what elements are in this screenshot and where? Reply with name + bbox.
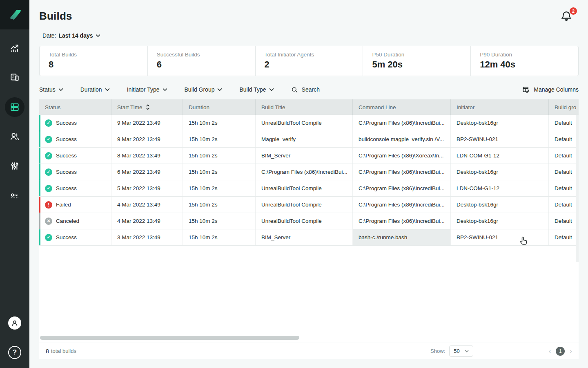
chevron-down-icon (217, 88, 222, 91)
sidebar-item-agents[interactable] (5, 68, 24, 88)
chevron-down-icon (105, 88, 110, 91)
start-time-cell: 4 Mar 2022 13:49 (111, 197, 183, 213)
command-line-cell[interactable]: C:\Program Files (x86)\IncrediBui... (352, 115, 450, 131)
date-value: Last 14 days (58, 32, 93, 39)
table-row[interactable]: ✓ Success 6 Mar 2022 13:49 15h 10m 2s C:… (39, 164, 579, 180)
sort-icon (146, 104, 150, 110)
initiator-cell: LDN-COM-G1-12 (450, 180, 548, 196)
app-logo[interactable] (0, 0, 29, 29)
filter-label: Duration (80, 86, 102, 93)
page-size-value: 50 (454, 348, 459, 354)
status-success-icon: ✓ (45, 119, 52, 127)
column-header-initiator[interactable]: Initiator (450, 99, 548, 115)
table-row[interactable]: ! Failed 4 Mar 2022 13:49 15h 10m 2s Unr… (39, 197, 579, 213)
horizontal-scrollbar[interactable] (40, 336, 299, 340)
page-size-select[interactable]: 50 (449, 346, 473, 357)
total-builds-count: 8 (46, 348, 49, 355)
filter-row: StatusDurationInitiator TypeBuild GroupB… (39, 83, 579, 96)
person-icon (11, 319, 19, 327)
table-row[interactable]: ✓ Success 9 Mar 2022 13:49 15h 10m 2s Ma… (39, 131, 579, 148)
filter-label: Initiator Type (127, 86, 160, 93)
table-footer: 8 total builds Show: 50 ‹ 1 › (39, 343, 579, 359)
build-title-cell: Magpie_verify (255, 131, 352, 147)
chevron-down-icon (269, 88, 274, 91)
filter-duration[interactable]: Duration (80, 86, 110, 93)
stat-label: P50 Duration (372, 52, 470, 58)
column-header-build-title[interactable]: Build Title (255, 99, 352, 115)
filter-label: Build Group (185, 86, 215, 93)
help-icon[interactable]: ? (8, 346, 21, 359)
table-row[interactable]: ✕ Canceled 4 Mar 2022 13:49 15h 10m 2s U… (39, 213, 579, 229)
table-row[interactable]: ✓ Success 8 Mar 2022 13:49 15h 10m 2s BI… (39, 148, 579, 164)
start-time-cell: 3 Mar 2022 13:49 (111, 229, 183, 245)
start-time-cell: 8 Mar 2022 13:49 (111, 148, 183, 164)
current-page[interactable]: 1 (556, 347, 565, 356)
duration-cell: 15h 10m 2s (183, 164, 255, 180)
stat-label: Total Initiator Agents (265, 52, 363, 58)
command-line-cell[interactable]: C:\Program Files (x86)\IncrediBui... (352, 213, 450, 229)
command-line-cell[interactable]: C:\Program Files (x86)\IncrediBui... (352, 164, 450, 180)
column-header-start-time[interactable]: Start Time (111, 99, 183, 115)
date-label: Date: (42, 32, 56, 39)
sidebar-item-builds[interactable] (5, 97, 24, 117)
sidebar-item-users[interactable] (5, 127, 24, 146)
initiator-cell: LDN-COM-G1-12 (450, 148, 548, 164)
date-filter[interactable]: Date: Last 14 days (42, 32, 100, 39)
duration-cell: 15h 10m 2s (183, 115, 255, 131)
table-row[interactable]: ✓ Success 9 Mar 2022 13:49 15h 10m 2s Un… (39, 115, 579, 131)
start-time-cell: 9 Mar 2022 13:49 (111, 131, 183, 147)
build-group-cell: Default (548, 148, 579, 164)
build-group-cell: Default (548, 164, 579, 180)
vertical-scrollbar[interactable] (576, 115, 579, 262)
column-header-duration[interactable]: Duration (183, 99, 255, 115)
notifications-button[interactable]: 2 (560, 10, 574, 24)
duration-cell: 15h 10m 2s (183, 213, 255, 229)
user-avatar[interactable] (8, 316, 21, 330)
prev-page-button[interactable]: ‹ (549, 348, 551, 355)
notification-badge: 2 (570, 7, 577, 15)
agents-devices-icon (9, 72, 20, 83)
next-page-button[interactable]: › (570, 348, 572, 355)
start-time-cell: 5 Mar 2022 13:49 (111, 180, 183, 196)
manage-columns-button[interactable]: Manage Columns (522, 86, 579, 94)
builds-table: Status Start Time Duration Build Title C… (39, 99, 579, 359)
total-builds-label: total builds (51, 348, 76, 354)
column-header-status[interactable]: Status (39, 99, 111, 115)
users-icon (9, 131, 20, 142)
command-line-cell[interactable]: bash-c./runme.bash (352, 229, 450, 245)
status-success-icon: ✓ (45, 152, 52, 159)
column-header-build-group[interactable]: Build gro (548, 99, 579, 115)
command-line-cell[interactable]: C:\Program Files (x86)\Xoreax\In... (352, 148, 450, 164)
duration-cell: 15h 10m 2s (183, 131, 255, 147)
license-key-icon (9, 190, 20, 201)
duration-cell: 15h 10m 2s (183, 197, 255, 213)
filter-initiator-type[interactable]: Initiator Type (127, 86, 167, 93)
filter-status[interactable]: Status (39, 86, 63, 93)
filter-build-type[interactable]: Build Type (239, 86, 274, 93)
builds-icon (9, 102, 20, 112)
command-line-cell[interactable]: C:\Program Files (x86)\IncrediBui... (352, 180, 450, 196)
sidebar-item-settings[interactable] (5, 156, 24, 176)
sidebar-item-license[interactable] (5, 186, 24, 205)
stat-p90-duration: P90 Duration 12m 40s (470, 46, 578, 76)
table-header: Status Start Time Duration Build Title C… (39, 99, 579, 115)
sidebar-item-analytics[interactable] (5, 38, 24, 58)
status-failed-icon: ! (45, 201, 52, 209)
stats-bar: Total Builds 8 Successful Builds 6 Total… (39, 46, 579, 76)
search-input[interactable]: Search (291, 86, 320, 93)
build-group-cell: Default (548, 197, 579, 213)
table-row[interactable]: ✓ Success 5 Mar 2022 13:49 15h 10m 2s Un… (39, 180, 579, 197)
command-line-cell[interactable]: C:\Program Files (x86)\IncrediBui... (352, 197, 450, 213)
table-row[interactable]: ✓ Success 3 Mar 2022 13:49 15h 10m 2s BI… (39, 229, 579, 246)
command-line-cell[interactable]: buildconsole magpie_verify.sln /V... (352, 131, 450, 147)
build-group-cell: Default (548, 115, 579, 131)
initiator-cell: Desktop-bsk16gr (450, 197, 548, 213)
build-title-cell: UnrealBuildTool Compile (255, 180, 352, 196)
column-header-command-line[interactable]: Command Line (352, 99, 450, 115)
filter-build-group[interactable]: Build Group (185, 86, 223, 93)
filter-label: Status (39, 86, 56, 93)
start-time-cell: 4 Mar 2022 13:49 (111, 213, 183, 229)
main-content: Builds 2 Date: Last 14 days Total Builds… (29, 0, 588, 368)
start-time-cell: 6 Mar 2022 13:49 (111, 164, 183, 180)
stat-value: 5m 20s (372, 59, 470, 70)
